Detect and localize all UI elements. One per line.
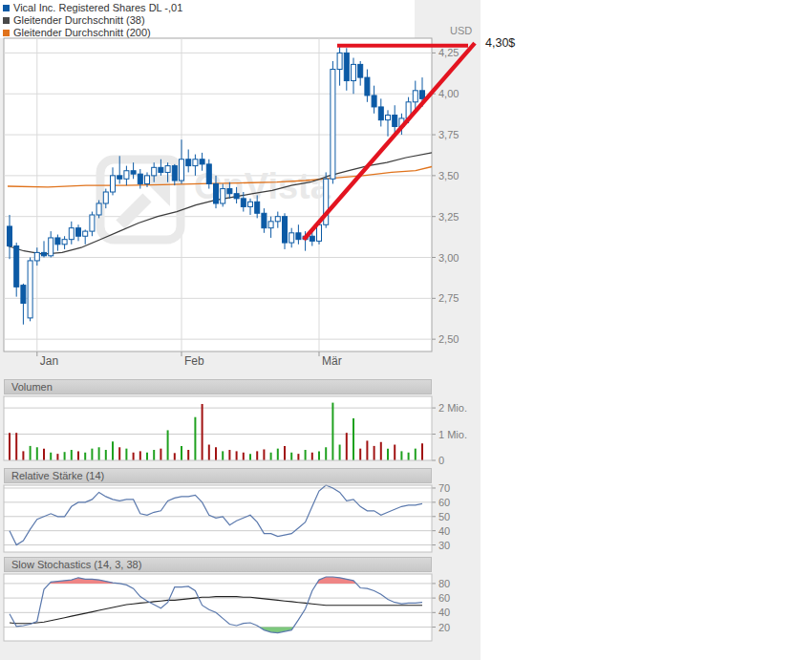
axis-tick-label: 20 [438,622,450,633]
axis-tick-label: 3,50 [438,170,459,181]
chart-canvas[interactable]: 4,254,003,753,503,253,002,752,50JanFebMä… [0,0,812,660]
axis-tick-label: 4,25 [438,47,459,58]
x-axis-month-label: Mär [322,354,342,368]
axis-tick-label: 40 [438,525,450,537]
x-axis: JanFebMär [37,351,342,368]
x-axis-month-label: Jan [40,354,58,368]
x-axis-month-label: Feb [184,354,204,368]
volume-plot[interactable]: 2 Mio.1 Mio.0 [4,396,467,466]
axis-tick-label: 40 [438,607,450,618]
axis-tick-label: 1 Mio. [438,429,467,440]
axis-tick-label: 60 [438,497,450,508]
chart-widget-page: Vical Inc. Registered Shares DL -,01 Gle… [0,0,812,660]
axis-tick-label: 80 [438,578,450,589]
axis-tick-label: 0 [438,455,444,466]
axis-tick-label: 2,50 [438,333,459,345]
axis-tick-label: 3,00 [438,252,459,264]
axis-tick-label: 2,75 [438,292,459,304]
rsi-plot[interactable]: 7060504030 [4,482,450,552]
axis-tick-label: 2 Mio. [438,402,467,414]
axis-tick-label: 60 [438,592,450,604]
stochastics-plot[interactable]: 80604020 [4,574,450,641]
axis-tick-label: 3,75 [438,129,459,140]
axis-tick-label: 70 [438,482,450,494]
axis-tick-label: 30 [438,540,450,551]
axis-tick-label: 50 [438,511,450,522]
axis-tick-label: 3,25 [438,211,459,223]
axis-tick-label: 4,00 [438,88,459,99]
